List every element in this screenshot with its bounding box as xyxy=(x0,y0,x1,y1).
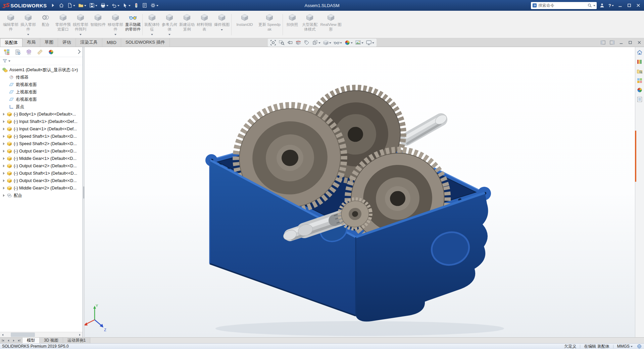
zoom-to-fit-button[interactable] xyxy=(269,39,277,46)
linear-component-pattern-button[interactable]: 线性零部件阵列 xyxy=(72,12,89,37)
prev-tab-button[interactable] xyxy=(6,338,10,343)
edit-appearance-button[interactable] xyxy=(344,39,353,46)
tree-item-body-1[interactable]: (-) Body<1> (Default<<Default>... xyxy=(0,111,83,118)
configurationmanager-tab[interactable] xyxy=(26,49,32,55)
tab-sketch[interactable]: 草图 xyxy=(40,38,58,47)
tree-item-speed-shaft-2[interactable]: (-) Speed Shaft<2> (Default<<D... xyxy=(0,140,83,147)
realview-graphics-button[interactable]: RealView 图形 xyxy=(318,12,343,37)
search-icon[interactable] xyxy=(587,3,592,8)
tree-item-assembly-root[interactable]: Assem1 (Default<默认_显示状态-1>) xyxy=(0,66,83,74)
view-palette-button[interactable] xyxy=(636,77,643,84)
tab-motion-study-1[interactable]: 运动算例1 xyxy=(63,338,91,343)
print-button[interactable] xyxy=(99,1,109,9)
take-snapshot-button[interactable]: 拍快照 xyxy=(284,12,301,37)
tab-mbd[interactable]: MBD xyxy=(102,38,121,47)
filter-icon[interactable] xyxy=(2,58,7,63)
smart-fasteners-button[interactable]: 智能扣件 xyxy=(89,12,107,37)
tree-item-right-plane[interactable]: 右视基准面 xyxy=(0,96,83,103)
home-button[interactable] xyxy=(58,1,65,9)
tree-item-top-plane[interactable]: 上视基准面 xyxy=(0,88,83,96)
last-tab-button[interactable] xyxy=(17,338,21,343)
component-preview-window-button[interactable]: 零部件预览窗口 xyxy=(54,12,72,37)
new-document-button[interactable] xyxy=(66,1,76,9)
section-view-button[interactable] xyxy=(295,39,302,46)
filter-caret-icon[interactable] xyxy=(8,60,10,63)
tree-item-input-shaft-1[interactable]: (-) Input Shaft<1> (Default<<Def... xyxy=(0,118,83,125)
instant3d-button[interactable]: Instant3D xyxy=(232,12,257,37)
minimize-button[interactable] xyxy=(616,1,624,9)
tree-item-input-gear-1[interactable]: (-) Input Gear<1> (Default<<Def... xyxy=(0,125,83,133)
mate-button[interactable]: 配合 xyxy=(37,12,54,37)
tree-item-speed-shaft-1[interactable]: (-) Speed Shaft<1> (Default<<D... xyxy=(0,133,83,140)
tab-evaluate[interactable]: 评估 xyxy=(58,38,76,47)
display-style-button[interactable] xyxy=(322,39,332,46)
gearbox-3d-model[interactable]: Y X Z xyxy=(85,47,635,337)
expander-icon[interactable] xyxy=(3,165,5,167)
task-pane-scroll-indicator[interactable] xyxy=(635,131,636,182)
apply-scene-button[interactable] xyxy=(354,39,364,46)
expander-icon[interactable] xyxy=(3,128,5,130)
editing-status[interactable]: 在编辑 装配体 xyxy=(584,344,609,349)
expander-icon[interactable] xyxy=(3,157,5,160)
close-button[interactable] xyxy=(635,1,642,9)
show-hidden-components-button[interactable]: 显示隐藏的零部件 xyxy=(124,12,142,37)
login-button[interactable] xyxy=(598,1,606,9)
scroll-right-button[interactable] xyxy=(77,332,83,337)
tree-item-output-shaft-1[interactable]: (-) Output Shaft<1> (Default<<D... xyxy=(0,170,83,177)
rebuild-button[interactable] xyxy=(133,1,140,9)
search-dropdown-caret-icon[interactable] xyxy=(593,5,595,7)
large-assembly-mode-button[interactable]: 大型装配体模式 xyxy=(301,12,318,37)
tree-item-middle-gear-2[interactable]: (-) Middle Gear<2> (Default<<D... xyxy=(0,184,83,192)
expander-icon[interactable] xyxy=(3,135,5,138)
next-tab-button[interactable] xyxy=(12,338,16,343)
assembly-features-button[interactable]: 装配体特征 xyxy=(143,12,161,37)
select-button[interactable] xyxy=(121,1,132,9)
update-speedpak-button[interactable]: 更新 Speedpak xyxy=(257,12,282,37)
appearances-button[interactable] xyxy=(636,86,643,93)
tab-assembly[interactable]: 装配体 xyxy=(0,38,22,47)
expander-icon[interactable] xyxy=(3,194,5,197)
displaymanager-tab[interactable] xyxy=(48,49,54,55)
tags-globe-button[interactable] xyxy=(636,344,642,349)
reference-geometry-button[interactable]: 参考几何体 xyxy=(161,12,178,37)
panel-flyout-button[interactable] xyxy=(78,49,82,55)
move-component-button[interactable]: 移动零部件 xyxy=(107,12,124,37)
new-motion-study-button[interactable]: 新建运动算例 xyxy=(178,12,196,37)
pane-left-button[interactable] xyxy=(600,40,606,45)
file-explorer-button[interactable] xyxy=(636,68,643,75)
pane-right-button[interactable] xyxy=(609,40,615,45)
first-tab-button[interactable] xyxy=(1,338,5,343)
units-selector[interactable]: MMGS xyxy=(617,344,633,349)
tree-item-sensors[interactable]: 传感器 xyxy=(0,74,83,81)
design-library-button[interactable] xyxy=(636,58,643,65)
hide-show-items-button[interactable] xyxy=(333,39,343,46)
scrollbar-track[interactable] xyxy=(5,332,77,337)
maximize-button[interactable] xyxy=(626,1,633,9)
search-scope-icon[interactable] xyxy=(532,3,537,8)
panel-horizontal-scrollbar[interactable] xyxy=(0,332,83,337)
tab-model[interactable]: 模型 xyxy=(22,338,40,343)
expander-icon[interactable] xyxy=(3,150,5,152)
tab-render-tools[interactable]: 渲染工具 xyxy=(76,38,102,47)
search-input[interactable] xyxy=(538,3,586,8)
edit-component-button[interactable]: 编辑零部件 xyxy=(2,12,19,37)
tab-3d-views[interactable]: 3D 视图 xyxy=(40,338,63,343)
scrollbar-thumb[interactable] xyxy=(11,333,35,337)
expander-icon[interactable] xyxy=(3,120,5,123)
undo-button[interactable] xyxy=(110,1,120,9)
speed-shaft-cylinder[interactable] xyxy=(406,113,448,143)
help-button[interactable]: ? xyxy=(607,1,615,9)
tab-layout[interactable]: 布局 xyxy=(22,38,40,47)
graphics-area[interactable]: Y X Z xyxy=(85,47,635,337)
view-settings-button[interactable] xyxy=(365,39,375,46)
save-button[interactable] xyxy=(88,1,98,9)
zoom-to-area-button[interactable] xyxy=(278,39,285,46)
view-orientation-button[interactable] xyxy=(311,39,321,46)
bill-of-materials-button[interactable]: 材料明细表 xyxy=(196,12,213,37)
featuremanager-tab[interactable] xyxy=(3,49,10,55)
doc-restore-button[interactable] xyxy=(627,40,633,45)
tree-item-origin[interactable]: 原点 xyxy=(0,103,83,111)
expander-icon[interactable] xyxy=(3,179,5,182)
tab-solidworks-addins[interactable]: SOLIDWORKS 插件 xyxy=(121,38,170,47)
open-button[interactable] xyxy=(77,1,87,9)
